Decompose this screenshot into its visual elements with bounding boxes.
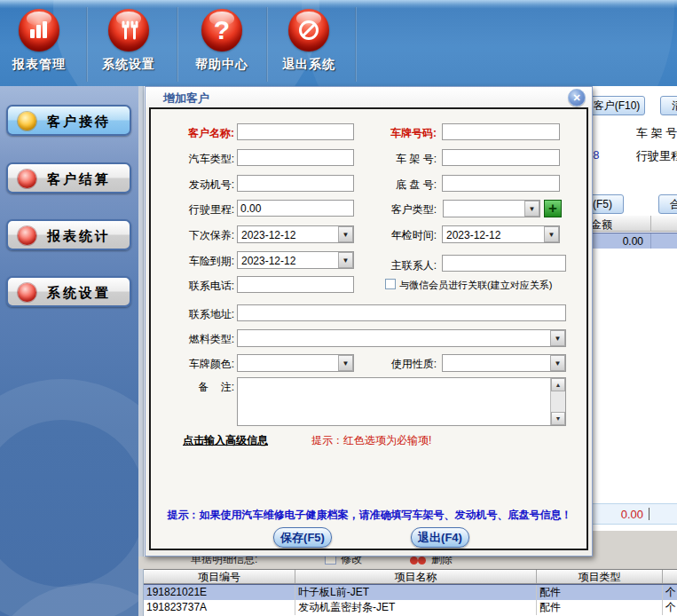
detail-info-strip: 单据明细信息: 修改 删除 (138, 557, 677, 569)
mileage-input[interactable] (237, 200, 354, 217)
chevron-down-icon[interactable]: ▼ (524, 201, 539, 217)
chevron-down-icon[interactable]: ▼ (338, 355, 353, 371)
dialog-title: 增加客户 (163, 91, 209, 107)
plate-no-input[interactable] (442, 123, 560, 140)
date-value: 2023-12-12 (241, 255, 295, 267)
chevron-down-icon[interactable]: ▼ (544, 226, 559, 242)
date-value: 2023-12-12 (446, 229, 500, 241)
main-contact-input[interactable] (442, 255, 566, 272)
address-label: 联系地址: (177, 307, 234, 322)
exit-button[interactable]: 退出(F4) (411, 527, 469, 548)
annual-inspection-select[interactable]: 2023-12-12 ▼ (442, 225, 560, 243)
sidebar-item-report-statistics[interactable]: 报表统计 (6, 219, 131, 250)
usage-type-select[interactable]: ▼ (442, 354, 566, 372)
modify-button[interactable]: 修改 (341, 557, 362, 567)
sidebar-item-system-settings[interactable]: 系统设置 (6, 276, 131, 307)
chassis-no-input[interactable] (442, 175, 560, 192)
cell-item-type: 配件 (537, 600, 663, 615)
address-input[interactable] (237, 304, 566, 321)
question-icon: ? (201, 9, 242, 51)
orb-icon (18, 170, 36, 188)
toolbar-label: 系统设置 (97, 57, 161, 73)
items-table: 项目编号 项目名称 项目类型 单位 191821021E 叶子板L前-JET 配… (144, 569, 677, 615)
total-amount-band: 0.00 (584, 503, 677, 525)
clear-button[interactable]: 清 (660, 96, 677, 115)
phone-input[interactable] (237, 276, 354, 293)
toolbar-item-settings[interactable]: 系统设置 (97, 9, 161, 73)
col-header-item-code[interactable]: 项目编号 (144, 570, 295, 583)
cell-item-code: 191821021E (144, 585, 295, 600)
sidebar-item-label: 客户结算 (47, 171, 111, 188)
car-type-input[interactable] (237, 149, 354, 166)
sidebar-item-label: 客户接待 (47, 114, 111, 130)
toolbar-item-reports[interactable]: 报表管理 (7, 9, 71, 73)
toolbar-separator (266, 7, 268, 82)
insurance-expiry-label: 车险到期: (177, 254, 234, 269)
wechat-checkbox[interactable] (385, 279, 396, 289)
col-header-unit[interactable]: 单位 (663, 570, 677, 583)
save-button[interactable]: 保存(F5) (273, 527, 332, 548)
modify-icon (325, 557, 336, 565)
toolbar-item-help[interactable]: ? 帮助中心 (190, 9, 254, 73)
selected-amount-row[interactable]: 0.00 (584, 233, 677, 249)
add-customer-type-button[interactable]: + (544, 200, 562, 217)
col-header-item-type[interactable]: 项目类型 (537, 570, 663, 583)
cell-unit: 个 (663, 600, 677, 615)
text-cursor (649, 508, 649, 520)
customer-f10-button[interactable]: 客户(F10) (588, 96, 645, 115)
plate-no-label: 车牌号码: (380, 126, 437, 141)
plate-color-select[interactable]: ▼ (237, 354, 354, 372)
mileage-label: 行驶里程 (636, 148, 677, 164)
customer-name-input[interactable] (237, 123, 354, 140)
chevron-down-icon[interactable]: ▼ (550, 355, 565, 371)
close-icon[interactable]: ✕ (568, 89, 586, 107)
orb-icon (18, 112, 36, 130)
top-toolbar: 报表管理 系统设置 ? 帮助中心 退出系统 (0, 0, 677, 86)
table-header-row: 项目编号 项目名称 项目类型 单位 (144, 569, 677, 584)
frame-no-label: 车 架 号: (380, 152, 437, 167)
toolbar-item-exit[interactable]: 退出系统 (277, 9, 341, 73)
detail-strip-label: 单据明细信息: (191, 557, 257, 567)
main-contact-label: 主联系人: (380, 258, 437, 273)
chevron-down-icon[interactable]: ▼ (338, 226, 353, 242)
customer-type-label: 客户类型: (380, 202, 437, 217)
frame-no-input[interactable] (442, 149, 560, 166)
insurance-expiry-select[interactable]: 2023-12-12 ▼ (237, 251, 354, 269)
table-row[interactable]: 191823737A 发动机盖密封条-JET 配件 个 (144, 600, 677, 615)
tools-icon (108, 9, 149, 51)
sidebar-item-customer-reception[interactable]: 客户接待 (6, 105, 131, 136)
col-header-item-name[interactable]: 项目名称 (295, 570, 537, 583)
engine-no-label: 发动机号: (177, 178, 234, 193)
engine-no-input[interactable] (237, 175, 354, 192)
sidebar-item-label: 报表统计 (47, 228, 111, 245)
customer-type-select[interactable]: ▼ (443, 200, 540, 217)
chevron-down-icon[interactable]: ▼ (338, 252, 353, 268)
health-record-hint: 提示：如果使用汽车维修电子健康档案，请准确填写车架号、发动机号、底盘号信息！ (154, 508, 585, 523)
toolbar-separator (177, 7, 178, 82)
total-button[interactable]: 合 (658, 194, 677, 214)
total-amount-value: 0.00 (599, 508, 643, 521)
scroll-up-icon[interactable]: ▲ (551, 378, 565, 391)
cell-item-name: 叶子板L前-JET (295, 585, 537, 600)
car-type-label: 汽车类型: (177, 152, 234, 167)
next-maintenance-select[interactable]: 2023-12-12 ▼ (237, 225, 354, 243)
chevron-down-icon[interactable]: ▼ (550, 330, 565, 346)
remark-textarea[interactable]: ▲ ▼ (237, 377, 566, 426)
annual-inspection-label: 年检时间: (380, 228, 437, 243)
delete-button[interactable]: 删除 (431, 557, 453, 567)
add-customer-dialog: 增加客户 ✕ 客户名称: 车牌号码: 汽车类型: 车 架 号: 发动机号: 底 … (145, 86, 593, 557)
table-row[interactable]: 191821021E 叶子板L前-JET 配件 个 (144, 584, 677, 600)
sidebar: 客户接待 客户结算 报表统计 系统设置 (0, 86, 138, 616)
orb-icon (18, 283, 36, 302)
advanced-info-link[interactable]: 点击输入高级信息 (183, 433, 268, 448)
fuel-type-select[interactable]: ▼ (237, 329, 566, 347)
remark-label: 备 注: (177, 380, 234, 395)
bar-chart-icon (19, 9, 59, 51)
scrollbar[interactable]: ▲ ▼ (550, 378, 565, 425)
sidebar-item-customer-settlement[interactable]: 客户结算 (6, 162, 131, 193)
plate-color-label: 车牌颜色: (177, 357, 234, 372)
orb-icon (18, 226, 36, 245)
scroll-down-icon[interactable]: ▼ (551, 412, 565, 425)
phone-label: 联系电话: (177, 279, 234, 294)
dialog-title-bar[interactable]: 增加客户 ✕ (146, 87, 592, 107)
